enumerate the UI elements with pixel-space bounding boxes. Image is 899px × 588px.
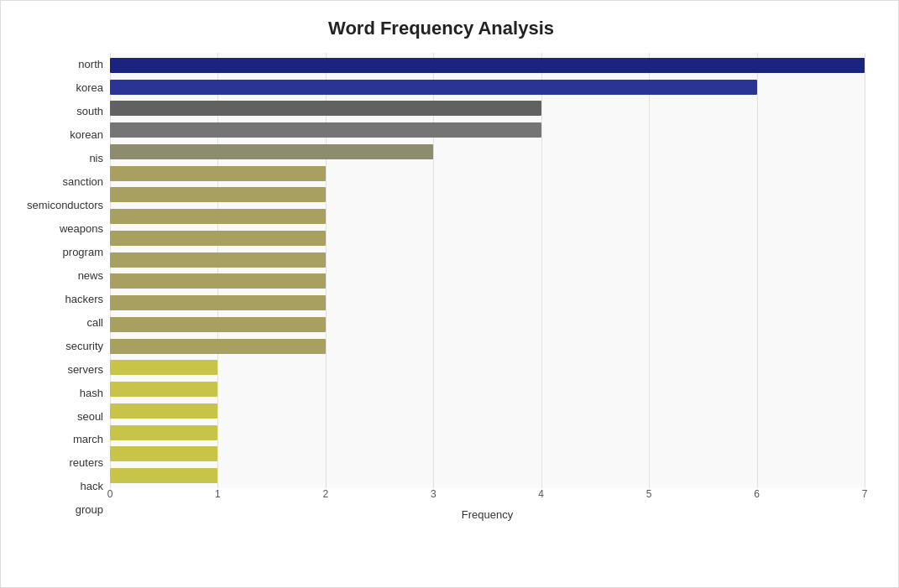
bar-row [110,358,865,377]
bar [110,101,541,116]
bar-row [110,207,865,226]
bar-row [110,121,865,139]
y-axis-label: security [65,341,103,351]
bar-row [110,164,865,183]
bar-row [110,99,865,117]
bar [110,360,217,375]
x-tick-label: 6 [754,488,760,500]
bar-row [110,337,865,356]
y-axis: northkoreasouthkoreannissanctionsemicond… [18,53,110,522]
y-axis-label: hack [81,481,103,492]
bar-row [110,229,865,247]
y-axis-label: seoul [77,411,103,422]
y-axis-label: program [63,247,103,258]
bars-and-x: 01234567 Frequency [110,53,865,522]
y-axis-label: semiconductors [27,200,103,211]
y-axis-label: hackers [65,294,103,304]
bar [110,317,326,332]
bar-row [110,315,865,334]
y-axis-label: news [78,270,103,281]
y-axis-label: call [86,317,103,328]
bar-row [110,185,865,204]
y-axis-label: hash [80,388,103,398]
y-axis-label: nis [89,153,103,164]
bar-row [110,445,865,463]
bar [110,252,326,268]
bar [110,231,326,246]
y-axis-label: servers [67,364,103,375]
x-axis: 01234567 Frequency [110,488,865,522]
chart-area: northkoreasouthkoreannissanctionsemicond… [18,53,865,522]
bar [110,166,326,181]
bars-area [110,53,865,488]
chart-title: Word Frequency Analysis [18,18,865,39]
y-axis-label: korea [76,82,103,93]
x-tick-label: 0 [107,488,113,500]
y-axis-label: reuters [70,457,103,468]
y-axis-label: sanction [63,176,103,187]
bar [110,122,541,138]
bar [110,80,757,95]
x-tick-label: 1 [215,488,221,500]
bar [110,295,326,310]
bar-row [110,424,865,442]
x-tick-label: 7 [862,488,868,500]
bar [110,382,217,397]
bar [110,446,217,461]
y-axis-label: group [76,504,103,515]
y-axis-label: weapons [60,223,103,234]
bar [110,144,433,159]
bar-row [110,78,865,96]
x-tick-label: 5 [646,488,652,500]
bar [110,273,326,289]
y-axis-label: north [78,59,103,70]
grid-line [865,53,865,488]
bar-row [110,466,865,485]
bar [110,209,326,224]
x-axis-label: Frequency [110,508,865,521]
bar-row [110,56,865,75]
bar-row [110,272,865,290]
bar-row [110,294,865,312]
y-axis-label: march [73,434,103,445]
bar-row [110,251,865,269]
y-axis-label: korean [70,129,103,140]
bar-row [110,402,865,420]
bar [110,187,326,202]
bar [110,425,217,440]
x-tick-label: 2 [323,488,329,500]
chart-container: Word Frequency Analysis northkoreasouthk… [0,0,899,588]
bar [110,339,326,354]
bar-row [110,380,865,398]
bar [110,58,865,73]
bar-row [110,143,865,161]
y-axis-label: south [76,106,103,117]
bar [110,403,217,419]
x-tick-label: 3 [431,488,436,500]
x-tick-label: 4 [538,488,544,500]
bar [110,468,217,483]
